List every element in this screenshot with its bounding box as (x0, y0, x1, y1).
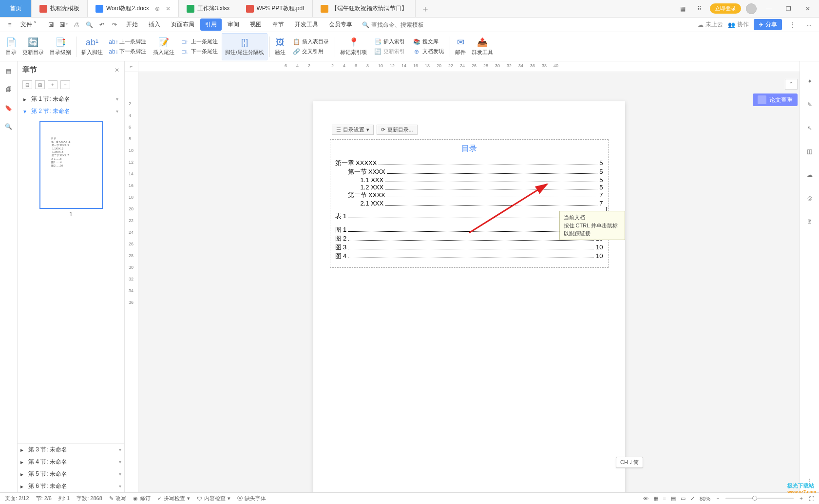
horizontal-ruler[interactable]: 642246810121416182022242628303234363840 (138, 61, 800, 72)
menu-vip[interactable]: 会员专享 (324, 19, 357, 31)
rr-doc-icon[interactable]: 🗎 (804, 216, 815, 227)
zoom-slider[interactable] (725, 498, 794, 499)
rr-box-icon[interactable]: ◫ (804, 146, 815, 157)
rr-cloud-icon[interactable]: ☁ (804, 169, 815, 180)
grid4-icon[interactable]: ▦ (677, 3, 688, 15)
sidebar-close-icon[interactable]: ✕ (114, 67, 119, 74)
hamburger-icon[interactable]: ≡ (4, 19, 16, 31)
chevron-down-icon[interactable]: ▾ (116, 96, 118, 102)
paper-check-button[interactable]: 论文查重 (753, 93, 798, 106)
zoom-thumb[interactable] (752, 496, 757, 501)
share-button[interactable]: ✈ 分享 (754, 19, 782, 30)
menu-view[interactable]: 视图 (245, 19, 267, 31)
ime-badge[interactable]: CH ♩ 简 (616, 457, 643, 468)
tool-add-icon[interactable]: ＋ (48, 80, 57, 89)
menu-search[interactable]: 🔍 (362, 21, 430, 28)
avatar[interactable] (746, 3, 757, 14)
menu-layout[interactable]: 页面布局 (166, 19, 199, 31)
chevron-up-icon[interactable]: ︿ (803, 19, 815, 31)
rr-select-icon[interactable]: ↖ (804, 123, 815, 133)
tab-xlsx[interactable]: 工作簿3.xlsx (179, 0, 238, 17)
view-print-icon[interactable]: ▦ (653, 495, 658, 502)
rb-mark-index[interactable]: 📍 标记索引项 (337, 33, 370, 60)
ruler-corner-icon[interactable]: ⌐ (125, 61, 138, 72)
zoom-value[interactable]: 80% (700, 496, 710, 502)
rb-next-footnote[interactable]: ab↓下一条脚注 (110, 48, 146, 56)
rr-ai-icon[interactable]: ✦ (804, 76, 815, 87)
collapse-right-icon[interactable]: ⌃ (785, 79, 798, 90)
rail-outline-icon[interactable]: ▤ (3, 65, 15, 77)
menu-search-input[interactable] (371, 21, 430, 28)
rb-update-index[interactable]: 🔄更新索引 (374, 48, 405, 56)
view-eye-icon[interactable]: 👁 (643, 496, 648, 502)
qa-preview-icon[interactable]: 🔍 (83, 19, 95, 31)
toc-update-button[interactable]: ⟳ 更新目录... (377, 125, 418, 135)
tab-add-button[interactable]: ＋ (416, 0, 435, 17)
close-icon[interactable]: ⊚ (155, 5, 160, 12)
rb-next-endnote[interactable]: □↓下一条尾注 (181, 48, 218, 56)
section-item[interactable]: ▸第 4 节: 未命名▾ (18, 456, 124, 468)
status-rewrite[interactable]: ✎改写 (109, 495, 126, 502)
qa-redo-icon[interactable]: ↷ (109, 19, 120, 31)
tool-collapse-icon[interactable]: ⊟ (22, 80, 32, 89)
status-page[interactable]: 页面: 2/12 (5, 495, 29, 502)
toc-settings-button[interactable]: ☰ 目录设置 ▾ (332, 125, 374, 135)
toc-entry[interactable]: 图 410 (335, 252, 603, 261)
qa-undo-icon[interactable]: ↶ (96, 19, 108, 31)
qa-saveas-icon[interactable]: 🖫⁺ (58, 19, 70, 31)
rr-target-icon[interactable]: ◎ (804, 193, 815, 204)
menu-reference[interactable]: 引用 (200, 19, 222, 31)
status-content-check[interactable]: 🛡内容检查 ▾ (197, 495, 230, 502)
rb-separator-line[interactable]: [¦] 脚注/尾注分隔线 (222, 33, 267, 60)
section-item[interactable]: ▸第 5 节: 未命名▾ (18, 468, 124, 480)
file-menu[interactable]: 文件 ˅ (17, 19, 40, 30)
canvas-scroll[interactable]: ☰ 目录设置 ▾ ⟳ 更新目录... 目录 第一章 XXXXX5第一节 (138, 72, 800, 492)
toc-entry[interactable]: 图 310 (335, 243, 603, 252)
toc-entry[interactable]: 1.1 XXX5 (335, 176, 603, 184)
zoom-fit-icon[interactable]: ⤢ (690, 495, 695, 502)
rb-insert-footnote[interactable]: ab¹ 插入脚注 (78, 33, 106, 60)
cloud-status[interactable]: ☁ 未上云 (698, 20, 723, 29)
rail-bookmark-icon[interactable]: 🔖 (3, 102, 15, 114)
tool-expand-icon[interactable]: ⊞ (35, 80, 45, 89)
menu-section[interactable]: 章节 (267, 19, 289, 31)
vertical-ruler[interactable]: 24681012141618202224262830323436 (125, 72, 138, 492)
section-item[interactable]: ▸第 6 节: 未命名▾ (18, 480, 124, 492)
tab-close-icon[interactable]: ✕ (166, 5, 171, 12)
rb-cross-ref[interactable]: 🔗交叉引用 (292, 48, 324, 56)
status-revision[interactable]: ◉修订 (133, 495, 151, 502)
toc-entry[interactable]: 1.2 XXX5 (335, 184, 603, 191)
zoom-in-icon[interactable]: ＋ (799, 495, 804, 502)
qa-save-icon[interactable]: 🖫 (45, 19, 57, 31)
status-section[interactable]: 节: 2/6 (36, 495, 52, 502)
view-outline-icon[interactable]: ▤ (671, 495, 676, 502)
window-close[interactable]: ✕ (800, 3, 815, 15)
menu-devtools[interactable]: 开发工具 (290, 19, 323, 31)
rb-insert-index[interactable]: 📑插入索引 (374, 38, 405, 46)
collab-button[interactable]: 👥 协作 (728, 20, 749, 29)
menu-review[interactable]: 审阅 (223, 19, 244, 31)
rb-caption[interactable]: 🖼 题注 (272, 33, 288, 60)
toc-entry[interactable]: 第二节 XXXX7 (335, 191, 603, 200)
section-item[interactable]: ▸ 第 1 节: 未命名 ▾ (20, 93, 121, 105)
menu-start[interactable]: 开始 (121, 19, 143, 31)
tab-pdf[interactable]: WPS PPT教程.pdf (238, 0, 313, 17)
qa-print-icon[interactable]: 🖨 (71, 19, 82, 31)
toc-frame[interactable]: 目录 第一章 XXXXX5第一节 XXXX51.1 XXX51.2 XXX5第二… (330, 139, 609, 268)
page-thumbnail[interactable]: 目录第一章 XXXXX ..5 第一节 XXXX..5 1.1XXX..5 1.… (39, 121, 103, 209)
menu-insert[interactable]: 插入 (144, 19, 165, 31)
zoom-out-icon[interactable]: － (715, 495, 721, 502)
view-web-icon[interactable]: ≡ (663, 496, 666, 502)
tool-remove-icon[interactable]: － (60, 80, 70, 89)
rb-prev-endnote[interactable]: □↑上一条尾注 (181, 38, 218, 46)
document-page[interactable]: ☰ 目录设置 ▾ ⟳ 更新目录... 目录 第一章 XXXXX5第一节 (313, 101, 625, 492)
status-missing-font[interactable]: Ⓐ缺失字体 (237, 495, 266, 502)
section-item-active[interactable]: ▾ 第 2 节: 未命名 ▾ (20, 105, 121, 117)
rb-group-send[interactable]: 📤 群发工具 (469, 33, 496, 60)
rb-update-toc[interactable]: 🔄 更新目录 (19, 33, 47, 60)
rb-insert-fig-toc[interactable]: 📋插入表目录 (292, 38, 329, 46)
rail-toc-icon[interactable]: 🗐 (3, 84, 15, 95)
login-button[interactable]: 立即登录 (710, 3, 741, 14)
tab-home[interactable]: 首页 (0, 0, 32, 17)
status-column[interactable]: 列: 1 (58, 495, 70, 502)
